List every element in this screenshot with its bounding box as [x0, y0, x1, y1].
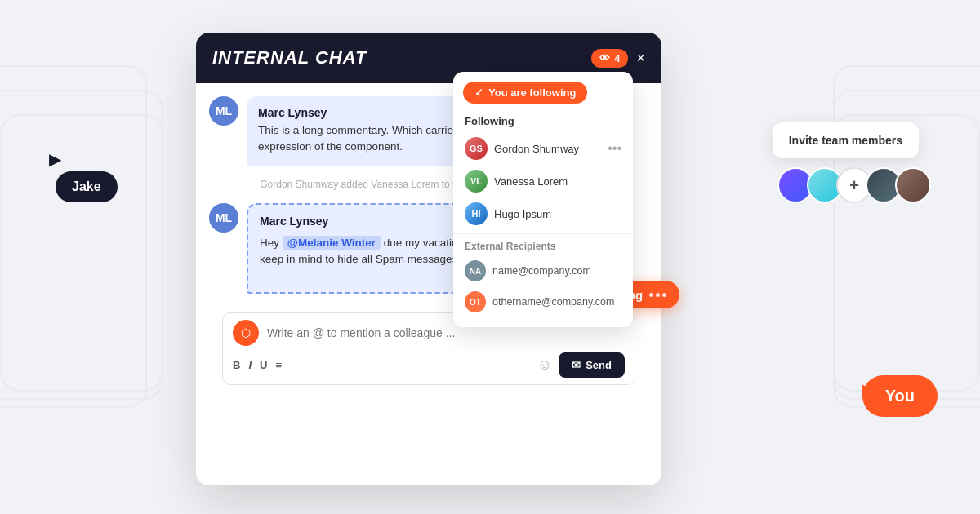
external-email-1: name@company.com	[492, 265, 591, 277]
external-recipient-2: OT othername@company.com	[453, 286, 633, 317]
external-avatar-ot: OT	[465, 291, 486, 312]
mention-icon: ⬡	[233, 320, 259, 346]
chat-header-right: 👁 4 ×	[591, 49, 645, 68]
gordon-avatar: GS	[465, 137, 488, 160]
team-avatars-row: +	[777, 167, 931, 203]
invite-card[interactable]: Invite team members	[773, 122, 919, 158]
dot-1	[649, 293, 653, 297]
chat-input[interactable]	[267, 326, 625, 339]
dot-3	[662, 293, 666, 297]
watchers-count: 4	[614, 52, 620, 64]
hugo-name: Hugo Ipsum	[494, 208, 551, 220]
close-button[interactable]: ×	[636, 51, 645, 65]
vanessa-avatar: VL	[465, 170, 488, 193]
following-dropdown: ✓ You are following Following GS Gordon …	[453, 72, 633, 327]
gordon-more-icon[interactable]: •••	[608, 141, 621, 156]
vanessa-name: Vanessa Lorem	[494, 175, 568, 188]
underline-button[interactable]: U	[260, 359, 267, 371]
follower-hugo[interactable]: HI Hugo Ipsum	[453, 197, 633, 230]
list-button[interactable]: ≡	[275, 359, 282, 371]
check-icon: ✓	[474, 86, 483, 99]
external-email-2: othername@company.com	[492, 296, 614, 308]
formatting-toolbar: B I U ≡	[233, 359, 282, 371]
invite-label: Invite team members	[789, 134, 902, 147]
chat-title: INTERNAL CHAT	[212, 47, 367, 69]
mention-tag: @Melanie Winter	[283, 236, 381, 250]
team-avatar-4[interactable]	[895, 167, 931, 203]
avatar: ML	[209, 96, 238, 126]
send-button[interactable]: ✉ Send	[559, 352, 625, 378]
following-check-label: You are following	[488, 86, 576, 99]
emoji-button[interactable]: ☺	[537, 357, 552, 374]
avatar: ML	[209, 203, 238, 233]
hugo-avatar: HI	[465, 202, 488, 225]
follower-vanessa[interactable]: VL Vanessa Lorem	[453, 165, 633, 197]
deco-rect-left-3	[0, 114, 163, 392]
italic-button[interactable]: I	[248, 359, 252, 371]
send-icon: ✉	[572, 359, 581, 371]
send-label: Send	[586, 359, 612, 371]
follower-gordon[interactable]: GS Gordon Shumway •••	[453, 132, 633, 165]
dot-2	[656, 293, 660, 297]
external-avatar-na: NA	[465, 260, 486, 281]
arrow-left-icon: ▶	[49, 149, 61, 169]
bold-button[interactable]: B	[233, 359, 240, 371]
external-section-label: External Recipients	[453, 233, 633, 255]
you-are-following-button[interactable]: ✓ You are following	[463, 82, 587, 104]
message-sender: Marc Lynsey	[260, 215, 328, 228]
jake-text: Jake	[72, 179, 101, 194]
eye-icon: 👁	[599, 52, 610, 64]
gordon-name: Gordon Shumway	[494, 143, 579, 155]
external-recipient-1: NA name@company.com	[453, 255, 633, 286]
following-section-label: Following	[453, 112, 633, 132]
you-label: You	[862, 375, 938, 417]
watchers-badge[interactable]: 👁 4	[591, 49, 628, 68]
typing-dots	[649, 293, 666, 297]
jake-label: Jake	[56, 171, 118, 202]
